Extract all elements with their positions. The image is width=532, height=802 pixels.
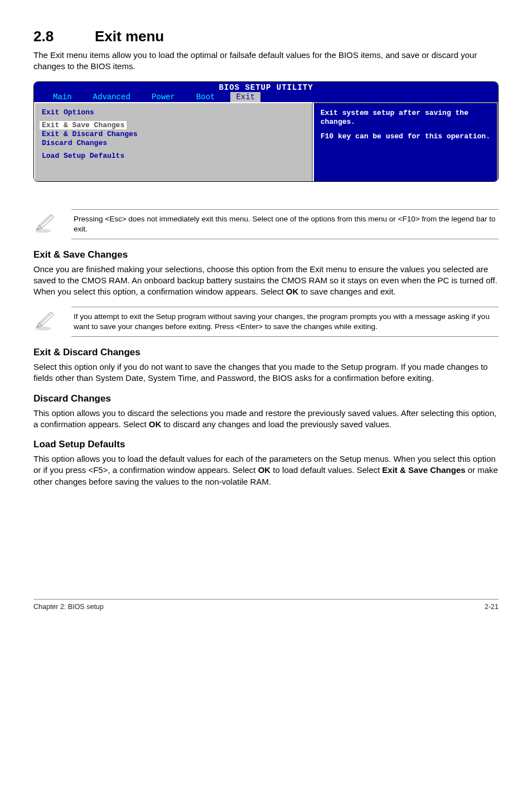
bios-option-exit-save[interactable]: Exit & Save Changes [40, 121, 127, 129]
bios-left-panel: Exit Options Exit & Save Changes Exit & … [34, 102, 313, 181]
bios-tab-main[interactable]: Main [47, 92, 78, 102]
bios-tab-bar: Main Advanced Power Boot Exit [34, 92, 498, 102]
bios-panel-title: Exit Options [42, 108, 305, 117]
paragraph-discard: This option allows you to discard the se… [33, 408, 499, 431]
bios-tab-power[interactable]: Power [146, 92, 181, 102]
note-esc: Pressing <Esc> does not immediately exit… [33, 209, 499, 239]
bios-help-panel: Exit system setup after saving the chang… [313, 102, 498, 181]
bios-tab-advanced[interactable]: Advanced [88, 92, 136, 102]
bios-option-discard[interactable]: Discard Changes [42, 139, 305, 147]
bios-help-text-1: Exit system setup after saving the chang… [321, 109, 490, 127]
note-exit-warning: If you attempt to exit the Setup program… [33, 307, 499, 337]
bios-tab-boot[interactable]: Boot [191, 92, 221, 102]
paragraph-exit-save: Once you are finished making your select… [33, 264, 499, 298]
heading-discard: Discard Changes [33, 393, 499, 404]
bios-screenshot: BIOS SETUP UTILITY Main Advanced Power B… [33, 81, 499, 182]
paragraph-load-defaults: This option allows you to load the defau… [33, 453, 499, 487]
note-exit-warning-text: If you attempt to exit the Setup program… [71, 307, 499, 337]
heading-load-defaults: Load Setup Defaults [33, 439, 499, 450]
bios-help-text-2: F10 key can be used for this operation. [321, 132, 490, 141]
bios-header: BIOS SETUP UTILITY [34, 82, 498, 92]
footer-right: 2-21 [485, 603, 499, 611]
section-number: 2.8 [33, 28, 95, 45]
bios-option-exit-discard[interactable]: Exit & Discard Changes [42, 130, 305, 138]
footer-left: Chapter 2: BIOS setup [33, 603, 104, 611]
section-name: Exit menu [95, 28, 164, 45]
intro-paragraph: The Exit menu items allow you to load th… [33, 50, 499, 73]
page-footer: Chapter 2: BIOS setup 2-21 [33, 599, 499, 611]
pencil-icon [33, 211, 57, 235]
heading-exit-discard: Exit & Discard Changes [33, 347, 499, 358]
section-title: 2.8 Exit menu [33, 28, 499, 45]
bios-tab-exit[interactable]: Exit [230, 92, 260, 102]
heading-exit-save: Exit & Save Changes [33, 249, 499, 260]
paragraph-exit-discard: Select this option only if you do not wa… [33, 361, 499, 384]
pencil-icon [33, 309, 57, 332]
note-esc-text: Pressing <Esc> does not immediately exit… [71, 209, 499, 239]
bios-option-load-defaults[interactable]: Load Setup Defaults [42, 152, 305, 160]
